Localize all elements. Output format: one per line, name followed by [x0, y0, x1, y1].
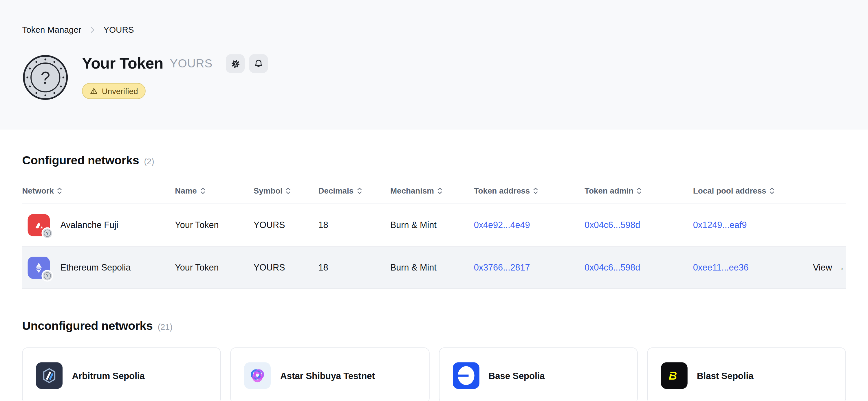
cell-decimals: 18	[318, 262, 390, 272]
sort-icon	[357, 188, 362, 194]
token-symbol: YOURS	[170, 57, 213, 70]
cell-mechanism: Burn & Mint	[390, 262, 474, 272]
breadcrumb-current-token[interactable]: YOURS	[103, 25, 134, 35]
configured-networks-count: (2)	[144, 157, 154, 166]
network-cell: ? Avalanche Fuji	[22, 214, 175, 236]
column-header-label: Mechanism	[390, 186, 434, 195]
sort-icon	[637, 188, 642, 194]
unconfigured-networks-section: Unconfigured networks (21) Arbitrum Sepo…	[22, 289, 846, 401]
token-manager-page: Token Manager YOURS ? Your Toke	[0, 0, 868, 401]
astar-icon	[244, 362, 271, 389]
sort-icon	[286, 188, 291, 194]
card-label: Base Sepolia	[489, 370, 545, 381]
unconfigured-networks-count: (21)	[158, 322, 173, 332]
bell-icon	[253, 58, 264, 69]
token-header-info: Your Token YOURS	[82, 54, 268, 101]
arbitrum-icon	[36, 362, 63, 389]
sort-icon	[533, 188, 538, 194]
token-address-link[interactable]: 0x3766...2817	[474, 262, 585, 272]
cell-decimals: 18	[318, 220, 390, 230]
configured-networks-table: Network Name Symbol Decimals	[22, 178, 846, 289]
column-header-decimals[interactable]: Decimals	[318, 178, 390, 204]
sort-icon	[200, 188, 205, 194]
main-content: Configured networks (2) Network Name Sym…	[0, 129, 868, 401]
network-name: Ethereum Sepolia	[60, 262, 131, 272]
view-link[interactable]: View →	[787, 262, 846, 272]
column-header-name[interactable]: Name	[175, 178, 254, 204]
status-badge: Unverified	[82, 83, 146, 99]
unknown-token-avatar: ?	[22, 54, 69, 101]
sort-icon	[437, 188, 442, 194]
network-card-blast-sepolia[interactable]: B Blast Sepolia	[647, 347, 846, 401]
token-address-link[interactable]: 0x4e92...4e49	[474, 220, 585, 230]
card-label: Astar Shibuya Testnet	[280, 370, 375, 381]
svg-text:B: B	[669, 369, 677, 382]
sort-icon	[57, 188, 62, 194]
page-header: Token Manager YOURS ? Your Toke	[0, 0, 868, 129]
local-pool-address-link[interactable]: 0x1249...eaf9	[693, 220, 787, 230]
cell-mechanism: Burn & Mint	[390, 220, 474, 230]
settings-button[interactable]	[226, 54, 245, 73]
base-icon	[453, 362, 479, 389]
column-header-label: Network	[22, 186, 54, 195]
column-header-label: Local pool address	[693, 186, 766, 195]
column-header-token-address[interactable]: Token address	[474, 178, 585, 204]
table-header-row: Network Name Symbol Decimals	[22, 178, 846, 204]
card-label: Arbitrum Sepolia	[72, 370, 145, 381]
sort-icon	[770, 188, 774, 194]
network-icon-wrap: ?	[28, 256, 50, 278]
network-icon-wrap: ?	[28, 214, 50, 236]
notifications-button[interactable]	[249, 54, 268, 73]
blast-icon: B	[661, 362, 687, 389]
unknown-token-badge-icon: ?	[41, 227, 53, 239]
configured-networks-section: Configured networks (2) Network Name Sym…	[22, 129, 846, 289]
breadcrumb-token-manager[interactable]: Token Manager	[22, 25, 81, 35]
cell-name: Your Token	[175, 262, 254, 272]
cell-symbol: YOURS	[254, 220, 318, 230]
network-card-astar-shibuya-testnet[interactable]: Astar Shibuya Testnet	[230, 347, 429, 401]
table-row-ethereum-sepolia[interactable]: ? Ethereum Sepolia Your Token YOURS 18 B…	[22, 247, 846, 289]
svg-text:?: ?	[40, 68, 50, 88]
cell-name: Your Token	[175, 220, 254, 230]
column-header-token-admin[interactable]: Token admin	[585, 178, 693, 204]
column-header-symbol[interactable]: Symbol	[254, 178, 318, 204]
column-header-mechanism[interactable]: Mechanism	[390, 178, 474, 204]
unconfigured-networks-title: Unconfigured networks	[22, 319, 153, 333]
token-header: ? Your Token YOURS	[22, 54, 846, 101]
unconfigured-networks-grid: Arbitrum Sepolia Astar Shibuya Testnet	[22, 347, 846, 401]
view-link-label: View	[813, 262, 832, 272]
network-cell: ? Ethereum Sepolia	[22, 256, 175, 278]
configured-networks-title: Configured networks	[22, 154, 139, 168]
column-header-label: Symbol	[254, 186, 283, 195]
token-admin-link[interactable]: 0x04c6...598d	[585, 262, 693, 272]
gear-icon	[229, 58, 241, 69]
unknown-token-badge-icon: ?	[41, 270, 53, 281]
column-header-label: Token address	[474, 186, 530, 195]
local-pool-address-link[interactable]: 0xee11...ee36	[693, 262, 787, 272]
column-header-local-pool-address[interactable]: Local pool address	[693, 178, 787, 204]
network-card-arbitrum-sepolia[interactable]: Arbitrum Sepolia	[22, 347, 221, 401]
card-label: Blast Sepolia	[697, 370, 754, 381]
cell-symbol: YOURS	[254, 262, 318, 272]
warning-icon	[90, 87, 98, 95]
page-title: Your Token	[82, 55, 163, 72]
token-admin-link[interactable]: 0x04c6...598d	[585, 220, 693, 230]
column-header-label: Token admin	[585, 186, 633, 195]
table-row-avalanche-fuji[interactable]: ? Avalanche Fuji Your Token YOURS 18 Bur…	[22, 204, 846, 247]
column-header-label: Decimals	[318, 186, 353, 195]
status-badge-label: Unverified	[102, 87, 138, 96]
column-header-actions	[787, 182, 846, 199]
breadcrumb-chevron-icon	[88, 26, 97, 34]
network-card-base-sepolia[interactable]: Base Sepolia	[439, 347, 638, 401]
arrow-right-icon: →	[836, 262, 845, 272]
column-header-label: Name	[175, 186, 197, 195]
network-name: Avalanche Fuji	[60, 220, 118, 230]
column-header-network[interactable]: Network	[22, 178, 175, 204]
breadcrumb: Token Manager YOURS	[22, 0, 846, 35]
